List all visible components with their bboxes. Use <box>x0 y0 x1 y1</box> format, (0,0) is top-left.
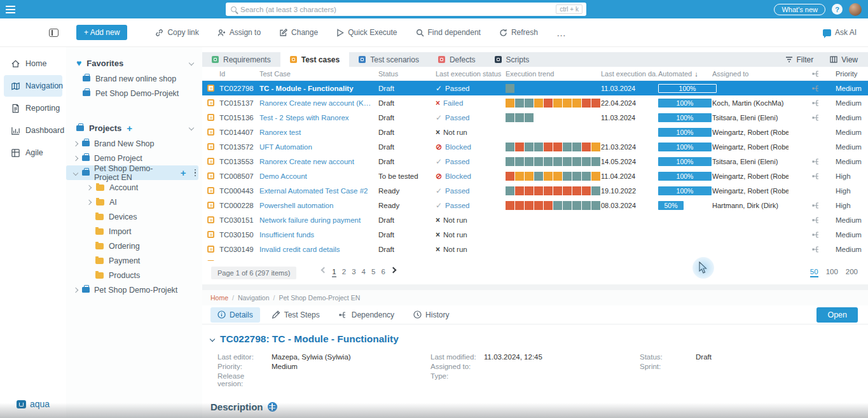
col-id[interactable]: Id <box>219 70 259 78</box>
breadcrumb-project[interactable]: Pet Shop Demo-Project EN <box>279 294 360 302</box>
sidebar-item-home[interactable]: Home <box>4 53 62 74</box>
collapse-detail-icon[interactable] <box>210 337 215 342</box>
find-dependent-button[interactable]: Find dependent <box>416 28 481 37</box>
table-row[interactable]: TC015137 Ranorex Create new account (Kop… <box>202 95 868 110</box>
table-row[interactable]: TC008507 Demo Account To be tested ⊘ Blo… <box>202 169 868 183</box>
project-node[interactable]: Pet Shop Demo-Projekt <box>66 282 202 297</box>
row-test-case-link[interactable]: Ranorex Create new account (Kopie) <box>259 99 378 107</box>
user-avatar[interactable] <box>849 3 862 16</box>
sidebar-item-dashboard[interactable]: Dashboard <box>4 120 62 141</box>
table-row[interactable]: TC030151 Network failure during payment … <box>202 212 868 227</box>
breadcrumb-home[interactable]: Home <box>210 294 228 302</box>
table-row[interactable]: TC013572 UFT Automation Draft ⊘ Blocked … <box>202 139 868 154</box>
page-number[interactable]: 6 <box>381 268 385 277</box>
next-page-icon[interactable] <box>390 267 396 274</box>
kebab-menu-icon[interactable] <box>192 168 199 178</box>
add-project-icon[interactable]: + <box>127 123 132 134</box>
folder-node[interactable]: Payment <box>66 253 202 268</box>
tab-defects[interactable]: Defects <box>429 52 485 67</box>
tab-details[interactable]: Details <box>210 307 260 323</box>
row-dependency-icon[interactable] <box>801 246 832 253</box>
chevron-right-icon[interactable] <box>86 185 92 190</box>
row-dependency-icon[interactable] <box>801 85 832 92</box>
folder-node[interactable]: Account <box>66 180 202 195</box>
col-automated[interactable]: Automated↓ <box>658 70 712 78</box>
collapse-sidebar-icon[interactable] <box>49 29 59 37</box>
row-dependency-icon[interactable] <box>801 216 832 224</box>
row-test-case-link[interactable]: Invalid credit card details <box>259 246 378 253</box>
refresh-button[interactable]: Refresh <box>499 28 538 37</box>
row-test-case-link[interactable]: TC - Module - Functionality <box>259 85 378 92</box>
row-test-case-link[interactable]: Demo Account <box>259 172 378 180</box>
filter-button[interactable]: Filter <box>785 55 814 64</box>
change-button[interactable]: Change <box>279 28 318 37</box>
row-test-case-link[interactable]: External Automated Test Case #2 <box>259 187 378 195</box>
page-size-200[interactable]: 200 <box>846 268 858 277</box>
add-item-icon[interactable]: + <box>181 167 186 178</box>
favorite-item[interactable]: Pet Shop Demo-Projekt <box>66 86 202 101</box>
ask-ai-button[interactable]: Ask AI <box>823 28 857 37</box>
chevron-right-icon[interactable] <box>73 141 78 146</box>
col-test-case[interactable]: Test Case <box>259 70 378 78</box>
row-test-case-link[interactable]: Network failure during payment <box>259 216 378 224</box>
page-number[interactable]: 2 <box>342 268 346 277</box>
projects-header[interactable]: Projects + <box>66 120 202 136</box>
tab-dependency[interactable]: Dependency <box>332 307 401 323</box>
table-row[interactable]: TC000228 Powershell automation Ready ✓ P… <box>202 198 868 212</box>
favorites-header[interactable]: ♥ Favorites <box>66 55 202 71</box>
chevron-down-icon[interactable] <box>189 125 194 130</box>
tab-requirements[interactable]: Requirements <box>202 52 280 67</box>
open-button[interactable]: Open <box>816 307 858 323</box>
col-priority[interactable]: Priority <box>832 70 868 78</box>
table-row[interactable]: TC030150 Insufficient funds Draft × Not … <box>202 227 868 242</box>
folder-node[interactable]: Products <box>66 268 202 282</box>
global-search[interactable]: ctrl + k <box>226 3 586 16</box>
row-test-case-link[interactable]: Ranorex Create new account <box>259 158 378 165</box>
quick-execute-button[interactable]: Quick Execute <box>336 28 397 37</box>
page-number[interactable]: 5 <box>371 268 375 277</box>
col-last-execution-date[interactable]: Last execution da... <box>601 70 658 78</box>
page-size-100[interactable]: 100 <box>826 268 838 277</box>
row-test-case-link[interactable]: Test - 2 Steps with Ranorex <box>259 114 378 122</box>
whats-new-button[interactable]: What's new <box>774 4 825 15</box>
col-assigned-to[interactable]: Assigned to <box>712 70 789 78</box>
chevron-down-icon[interactable] <box>189 60 194 66</box>
folder-node[interactable]: Import <box>66 224 202 239</box>
tab-history[interactable]: History <box>406 307 456 323</box>
page-number[interactable]: 4 <box>362 268 366 277</box>
folder-node[interactable]: AI <box>66 195 202 209</box>
row-dependency-icon[interactable] <box>801 172 832 180</box>
page-number[interactable]: 1 <box>332 268 336 277</box>
row-dependency-icon[interactable] <box>801 158 832 165</box>
translate-icon[interactable] <box>268 402 277 412</box>
row-test-case-link[interactable]: Ranorex test <box>259 129 378 136</box>
tab-test-cases[interactable]: Test cases <box>280 52 350 67</box>
prev-page-icon[interactable] <box>321 267 327 274</box>
tab-test-steps[interactable]: Test Steps <box>265 307 327 323</box>
page-size-50[interactable]: 50 <box>810 268 818 277</box>
sidebar-item-navigation[interactable]: Navigation <box>4 75 62 97</box>
sidebar-item-reporting[interactable]: Reporting <box>4 97 62 119</box>
page-number[interactable]: 3 <box>352 268 355 277</box>
table-row[interactable]: TC013553 Ranorex Create new account Draf… <box>202 154 868 169</box>
col-execution-trend[interactable]: Execution trend <box>506 70 601 78</box>
chevron-right-icon[interactable] <box>86 199 92 204</box>
table-row[interactable]: TC000443 External Automated Test Case #2… <box>202 183 868 198</box>
help-icon[interactable]: ? <box>832 4 843 15</box>
copy-link-button[interactable]: Copy link <box>155 28 198 37</box>
project-node[interactable]: Brand New Shop <box>66 136 202 151</box>
chevron-right-icon[interactable] <box>73 287 78 292</box>
project-node-selected[interactable]: Pet Shop Demo-Project EN + <box>66 165 198 180</box>
add-new-button[interactable]: + Add new <box>76 25 127 40</box>
assign-to-button[interactable]: Assign to <box>217 28 261 37</box>
col-last-execution-status[interactable]: Last execution status <box>436 70 506 78</box>
dependency-column-icon[interactable] <box>801 70 832 78</box>
more-actions-button[interactable]: … <box>556 27 567 38</box>
tab-test-scenarios[interactable]: Test scenarios <box>349 52 429 67</box>
chevron-down-icon[interactable] <box>73 170 78 175</box>
breadcrumb-navigation[interactable]: Navigation <box>238 294 270 302</box>
row-test-case-link[interactable]: UFT Automation <box>259 143 378 151</box>
table-row[interactable]: TC015136 Test - 2 Steps with Ranorex Dra… <box>202 110 868 125</box>
favorite-item[interactable]: Brand new online shop <box>66 71 202 86</box>
row-dependency-icon[interactable] <box>801 99 832 107</box>
